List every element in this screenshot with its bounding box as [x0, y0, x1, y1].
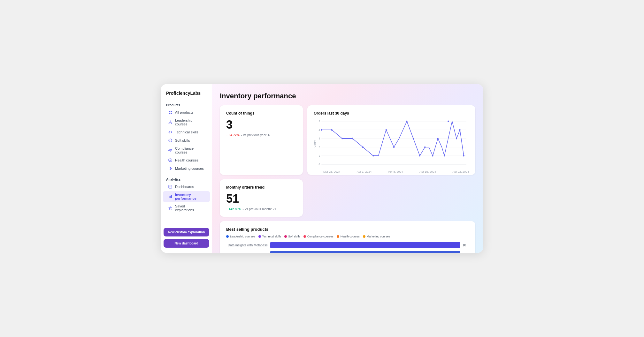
svg-line-8	[169, 122, 170, 123]
new-dashboard-button[interactable]: New dashboard	[164, 239, 209, 248]
down-arrow-icon: ↓	[226, 133, 228, 137]
legend-dot-5	[363, 235, 365, 238]
sidebar-item-technical-skills[interactable]: Technical skills	[163, 128, 210, 136]
svg-text:Count: Count	[314, 139, 316, 147]
svg-text:5: 5	[318, 120, 320, 123]
bar-value-1: 10	[463, 252, 469, 253]
trend-vs-text: vs previous month: 21	[245, 207, 276, 211]
svg-point-43	[413, 138, 414, 139]
table-icon	[168, 184, 172, 189]
count-vs-label: •	[241, 133, 242, 137]
svg-point-38	[362, 146, 364, 148]
spacer	[307, 179, 475, 217]
sidebar-item-inventory-performance[interactable]: Inventory performance	[163, 191, 210, 202]
svg-point-11	[169, 140, 170, 140]
balance-icon	[168, 148, 172, 153]
legend-label-5: Marketing courses	[367, 235, 390, 238]
svg-point-39	[372, 155, 374, 157]
svg-rect-1	[171, 111, 172, 112]
top-cards: Count of things 3 ↓ 34.72% • vs previous…	[220, 105, 475, 175]
svg-rect-3	[171, 113, 172, 114]
sidebar-item-health-courses[interactable]: Health courses	[163, 156, 210, 164]
sidebar-item-saved-explorations[interactable]: Saved explorations	[163, 203, 210, 213]
legend-item-2: Soft skills	[284, 235, 300, 238]
x-label-2: Apr 8, 2024	[388, 170, 403, 173]
svg-point-47	[437, 138, 439, 139]
count-card-value: 3	[226, 118, 296, 131]
sidebar-item-label: Leadership courses	[175, 118, 205, 126]
bars-icon	[168, 194, 172, 199]
new-custom-exploration-button[interactable]: New custom exploration	[164, 228, 209, 236]
svg-line-9	[170, 122, 172, 123]
up-arrow-icon: ↑	[226, 207, 228, 211]
orders-chart-wrapper: 5 4 3 2 1 0 Count	[314, 118, 469, 169]
svg-point-34	[321, 129, 322, 131]
svg-point-49	[456, 138, 457, 139]
best-selling-card: Best selling products Leadership courses…	[220, 221, 475, 253]
legend-item-4: Health courses	[337, 235, 360, 238]
app-container: ProficiencyLabs Products All products Le…	[161, 84, 483, 253]
count-trend-pct: ↓ 34.72%	[226, 133, 240, 137]
trend-card-value: 51	[226, 192, 296, 206]
sidebar-item-label: All products	[175, 110, 193, 114]
main-content: Inventory performance Count of things 3 …	[212, 84, 483, 253]
legend-dot-1	[258, 235, 261, 238]
bar-track-0	[270, 242, 460, 248]
sidebar-item-label: Dashboards	[175, 185, 194, 189]
bar-track-1	[270, 251, 460, 253]
svg-point-4	[170, 121, 171, 122]
orders-chart-card: Orders last 30 days 5 4 3 2	[307, 105, 475, 175]
sidebar-item-marketing-courses[interactable]: Marketing courses	[163, 165, 210, 172]
legend: Leadership courses Technical skills Soft…	[226, 235, 469, 238]
code-icon	[168, 130, 172, 134]
grid-icon	[168, 110, 172, 115]
second-row: Monthly orders trend 51 ↑ 142.86% • vs p…	[220, 179, 475, 217]
svg-rect-0	[169, 111, 170, 112]
sidebar-bottom: New custom exploration New dashboard	[161, 224, 212, 248]
legend-item-0: Leadership courses	[226, 235, 255, 238]
svg-point-36	[341, 138, 343, 139]
bar-label-1: Leading through change	[226, 252, 268, 253]
svg-text:2: 2	[318, 146, 320, 149]
face-icon	[168, 138, 172, 143]
sidebar-item-label: Saved explorations	[175, 204, 205, 212]
svg-point-35	[331, 129, 333, 131]
trend-card-title: Monthly orders trend	[226, 185, 296, 190]
svg-point-51	[463, 155, 464, 157]
hierarchy-icon	[168, 120, 172, 124]
sidebar-item-all-products[interactable]: All products	[163, 109, 210, 116]
sidebar-item-soft-skills[interactable]: Soft skills	[163, 137, 210, 144]
sidebar-item-label: Technical skills	[175, 130, 198, 134]
sidebar-item-dashboards[interactable]: Dashboards	[163, 183, 210, 191]
legend-label-3: Compliance courses	[307, 235, 334, 238]
svg-point-37	[352, 138, 353, 139]
x-label-1: Apr 1, 2024	[357, 170, 372, 173]
legend-dot-0	[226, 235, 229, 238]
shield-icon	[168, 158, 172, 162]
svg-point-6	[171, 123, 172, 124]
svg-point-10	[169, 139, 172, 142]
sidebar-item-label: Inventory performance	[175, 193, 205, 200]
sidebar-item-leadership-courses[interactable]: Leadership courses	[163, 117, 210, 128]
svg-text:0: 0	[318, 163, 320, 166]
sidebar-item-label: Soft skills	[175, 139, 190, 142]
svg-point-40	[386, 129, 387, 131]
x-label-4: Apr 22, 2024	[452, 170, 469, 173]
count-vs-text: vs previous year: 6	[243, 133, 270, 137]
svg-point-48	[448, 121, 449, 122]
orders-chart-title: Orders last 30 days	[314, 111, 469, 116]
sidebar-item-compliance-courses[interactable]: Compliance courses	[163, 145, 210, 156]
svg-rect-18	[169, 196, 170, 198]
legend-label-2: Soft skills	[288, 235, 300, 238]
legend-item-3: Compliance courses	[303, 235, 334, 238]
count-card-meta: ↓ 34.72% • vs previous year: 6	[226, 133, 296, 137]
legend-item-1: Technical skills	[258, 235, 281, 238]
trend-card-meta: ↑ 142.86% • vs previous month: 21	[226, 207, 296, 211]
bar-value-0: 10	[463, 243, 469, 247]
svg-rect-20	[171, 195, 172, 198]
count-card-title: Count of things	[226, 111, 296, 116]
chart-x-labels: Mar 25, 2024 Apr 1, 2024 Apr 8, 2024 Apr…	[314, 170, 469, 173]
sidebar: ProficiencyLabs Products All products Le…	[161, 84, 212, 253]
bar-fill-0	[270, 242, 460, 248]
legend-item-5: Marketing courses	[363, 235, 390, 238]
